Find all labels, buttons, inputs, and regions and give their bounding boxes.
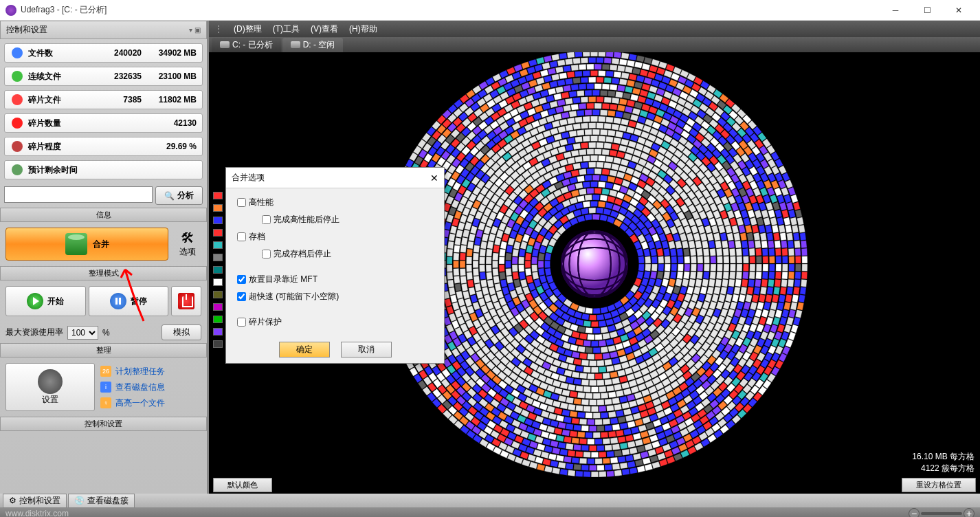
stat-icon	[10, 116, 24, 130]
website-link[interactable]: www.disktrix.com	[5, 509, 69, 517]
sidebar: 控制和设置 ▾ ▣ 文件数24002034902 MB连续文件232635231…	[0, 21, 207, 494]
stat-row: 碎片数量42130	[4, 113, 203, 133]
stop-button[interactable]	[171, 286, 201, 316]
app-icon	[5, 5, 16, 16]
stat-icon	[10, 163, 24, 177]
link-item[interactable]: ♀高亮一个文件	[100, 397, 165, 409]
dialog-title: 合并选项	[232, 172, 265, 184]
stat-row: 预计剩余时间	[4, 160, 203, 179]
zoom-out-button[interactable]: −	[909, 508, 920, 517]
power-icon	[178, 293, 194, 309]
menu-help[interactable]: (H)帮助	[349, 23, 377, 35]
cancel-button[interactable]: 取消	[341, 342, 392, 358]
play-icon	[27, 293, 43, 309]
taskbar: ⚙控制和设置 💿查看磁盘簇	[0, 494, 980, 507]
pause-icon	[110, 293, 126, 309]
stat-row: 碎片文件738511802 MB	[4, 90, 203, 109]
menu-defrag[interactable]: (D)整理	[234, 23, 262, 35]
search-input[interactable]	[4, 186, 153, 203]
merge-button[interactable]: 合并	[5, 228, 168, 261]
opt-ultrafast[interactable]: 超快速 (可能留下小空隙)	[237, 291, 433, 302]
stat-icon	[10, 93, 24, 107]
opt-frag-protect[interactable]: 碎片保护	[237, 316, 433, 328]
tools-icon: 🛠	[181, 230, 194, 246]
disk-icon	[291, 41, 300, 48]
viz-info: 16.10 MB 每方格4122 簇每方格	[912, 451, 975, 474]
stat-row: 连续文件23263523100 MB	[4, 67, 203, 86]
stat-icon	[10, 140, 24, 153]
drive-tab[interactable]: D: - 空闲	[282, 38, 344, 52]
simulate-button[interactable]: 模拟	[162, 324, 201, 340]
stat-row: 文件数24002034902 MB	[4, 43, 203, 63]
disk-icon: 💿	[74, 496, 85, 505]
gear-icon	[38, 369, 63, 394]
task-tab-settings[interactable]: ⚙控制和设置	[3, 494, 67, 508]
stat-icon	[10, 69, 24, 83]
default-colors-button[interactable]: 默认颜色	[213, 478, 272, 492]
ok-button[interactable]: 确定	[279, 342, 330, 358]
resource-select[interactable]: 100	[67, 326, 98, 340]
menubar: ⋮ (D)整理 (T)工具 (V)查看 (H)帮助	[209, 21, 980, 37]
database-icon	[65, 233, 87, 255]
start-button[interactable]: 开始	[5, 286, 86, 316]
task-tab-clusters[interactable]: 💿查看磁盘簇	[68, 494, 135, 508]
search-icon: 🔍	[164, 191, 175, 201]
window-title: Udefrag3 - [C: - 已分析]	[21, 4, 880, 16]
close-button[interactable]: ✕	[943, 0, 975, 21]
ctrl-header: 控制和设置	[0, 417, 207, 431]
mode-header: 整理模式	[0, 266, 207, 280]
stat-icon	[10, 46, 24, 60]
link-item[interactable]: i查看磁盘信息	[100, 382, 165, 393]
merge-options-dialog: 合并选项 ✕ 高性能 完成高性能后停止 存档 完成存档后停止 放置目录靠近 MF…	[225, 167, 445, 364]
settings-button[interactable]: 设置	[5, 363, 95, 411]
dropdown-icon[interactable]: ▾ ▣	[189, 26, 201, 34]
info-header: 信息	[0, 208, 207, 222]
stat-row: 碎片程度29.69 %	[4, 137, 203, 156]
options-button[interactable]: 🛠 选项	[174, 230, 201, 258]
menu-tools[interactable]: (T)工具	[273, 23, 300, 35]
titlebar: Udefrag3 - [C: - 已分析] ─ ☐ ✕	[0, 0, 980, 21]
defrag-header: 整理	[0, 343, 207, 358]
opt-archive[interactable]: 存档	[237, 231, 433, 243]
statusbar: www.disktrix.com − +	[0, 507, 980, 517]
sidebar-header: 控制和设置 ▾ ▣	[0, 21, 207, 39]
menu-view[interactable]: (V)查看	[311, 23, 338, 35]
analyze-button[interactable]: 🔍分析	[155, 186, 203, 205]
link-item[interactable]: 26计划整理任务	[100, 366, 165, 377]
zoom-in-button[interactable]: +	[964, 508, 975, 517]
opt-place-dirs[interactable]: 放置目录靠近 MFT	[237, 274, 433, 285]
dialog-close-button[interactable]: ✕	[430, 173, 438, 184]
minimize-button[interactable]: ─	[880, 0, 911, 21]
resource-label: 最大资源使用率	[5, 327, 63, 338]
zoom-slider[interactable]	[921, 512, 962, 515]
pause-button[interactable]: 暂停	[89, 286, 169, 316]
maximize-button[interactable]: ☐	[911, 0, 943, 21]
opt-stop-after-hp[interactable]: 完成高性能后停止	[262, 214, 433, 226]
settings-icon: ⚙	[9, 496, 16, 505]
drive-tab[interactable]: C: - 已分析	[212, 38, 281, 52]
opt-high-performance[interactable]: 高性能	[237, 197, 433, 208]
opt-stop-after-archive[interactable]: 完成存档后停止	[262, 248, 433, 260]
disk-icon	[220, 41, 230, 48]
tabbar: C: - 已分析D: - 空闲	[209, 37, 980, 52]
reset-position-button[interactable]: 重设方格位置	[902, 478, 976, 492]
